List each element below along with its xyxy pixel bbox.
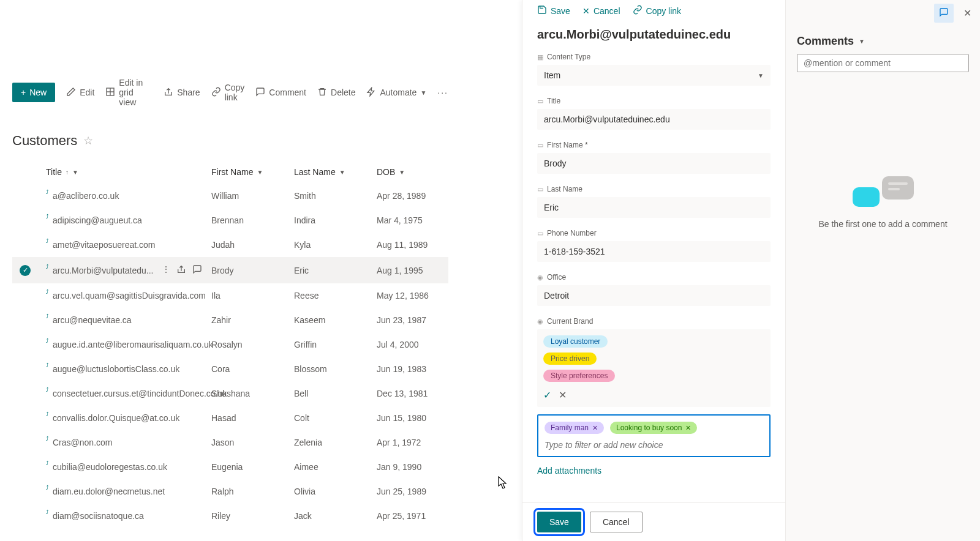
comments-header: ✕ xyxy=(786,0,980,26)
panel-cancel-button[interactable]: ✕ Cancel xyxy=(582,6,620,16)
automate-button[interactable]: Automate ▼ xyxy=(366,87,426,99)
row-last-name: Blossom xyxy=(294,364,377,374)
column-dob[interactable]: DOB ▼ xyxy=(377,167,472,177)
row-title: arcu.Morbi@vulputatedu... xyxy=(53,266,153,275)
row-share-icon[interactable] xyxy=(176,264,186,276)
panel-cancel-label: Cancel xyxy=(594,6,620,16)
edit-grid-button[interactable]: Edit in grid view xyxy=(105,78,153,107)
choice-option[interactable]: Loyal customer xyxy=(543,335,608,348)
item-indicator-icon: ⤴ xyxy=(46,313,49,319)
item-indicator-icon: ⤴ xyxy=(46,485,49,491)
row-title: arcu@nequevitae.ca xyxy=(53,315,132,325)
comment-button[interactable]: Comment xyxy=(255,87,306,99)
new-button-label: New xyxy=(29,88,47,97)
table-row[interactable]: ⤴Cras@non.comJasonZeleniaApr 1, 1972 xyxy=(12,430,448,455)
pencil-icon xyxy=(66,87,76,99)
choice-filter-input[interactable] xyxy=(545,440,763,450)
content-type-select[interactable]: Item ▼ xyxy=(537,65,771,86)
comments-empty-state: Be the first one to add a comment xyxy=(786,176,980,229)
content-type-icon: ▦ xyxy=(537,53,543,61)
close-panel-icon[interactable]: ✕ xyxy=(963,7,971,19)
favorite-star-icon[interactable]: ☆ xyxy=(83,134,93,147)
copy-link-button[interactable]: Copy link xyxy=(211,83,245,102)
choice-icon: ◉ xyxy=(537,274,543,282)
remove-choice-icon[interactable]: ✕ xyxy=(592,424,598,432)
new-button[interactable]: + New xyxy=(12,83,55,102)
row-selected-check-icon[interactable]: ✓ xyxy=(20,265,31,276)
list-title-row: Customers ☆ xyxy=(12,114,448,161)
remove-choice-icon[interactable]: ✕ xyxy=(685,424,691,432)
row-last-name: Griffin xyxy=(294,340,377,349)
row-last-name: Smith xyxy=(294,191,377,201)
table-row[interactable]: ⤴augue@luctuslobortisClass.co.ukCoraBlos… xyxy=(12,357,448,381)
selected-choices-input[interactable]: Family man✕Looking to buy soon✕ xyxy=(537,414,771,457)
row-dob: Apr 28, 1989 xyxy=(377,191,472,201)
field-phone: ▭Phone Number 1-618-159-3521 xyxy=(537,229,771,262)
add-attachments-link[interactable]: Add attachments xyxy=(537,466,771,476)
choice-option[interactable]: Price driven xyxy=(543,353,597,365)
chevron-down-icon: ▼ xyxy=(257,169,263,176)
column-title[interactable]: Title ↑ ▼ xyxy=(46,167,211,177)
row-dob: Aug 11, 1989 xyxy=(377,240,472,250)
first-name-input[interactable]: Brody xyxy=(537,153,771,174)
comments-input[interactable] xyxy=(797,54,969,72)
title-input[interactable]: arcu.Morbi@vulputateduinec.edu xyxy=(537,109,771,130)
item-indicator-icon: ⤴ xyxy=(46,338,49,344)
row-comment-icon[interactable] xyxy=(192,264,202,276)
table-row[interactable]: ⤴diam.eu.dolor@necmetus.netRalphOliviaJu… xyxy=(12,479,448,504)
row-more-icon[interactable]: ⋮ xyxy=(162,264,170,276)
delete-button[interactable]: Delete xyxy=(317,87,355,99)
row-first-name: Ila xyxy=(211,291,294,300)
table-row[interactable]: ⤴consectetuer.cursus.et@tinciduntDonec.c… xyxy=(12,381,448,406)
table-row[interactable]: ⤴a@aclibero.co.ukWilliamSmithApr 28, 198… xyxy=(12,184,448,208)
column-first-name[interactable]: First Name ▼ xyxy=(211,167,294,177)
column-first-name-label: First Name xyxy=(211,167,253,177)
row-first-name: Rosalyn xyxy=(211,340,294,349)
comment-label: Comment xyxy=(269,88,306,97)
comments-title[interactable]: Comments ▼ xyxy=(786,26,980,54)
comments-title-label: Comments xyxy=(797,35,854,48)
link-icon xyxy=(211,87,221,99)
row-last-name: Kyla xyxy=(294,240,377,250)
table-row[interactable]: ⤴arcu.vel.quam@sagittisDuisgravida.comIl… xyxy=(12,283,448,308)
table-row[interactable]: ⤴augue.id.ante@liberomaurisaliquam.co.uk… xyxy=(12,332,448,357)
share-button[interactable]: Share xyxy=(164,87,200,99)
link-icon xyxy=(633,5,643,17)
save-button[interactable]: Save xyxy=(537,512,581,532)
row-last-name: Reese xyxy=(294,291,377,300)
table-row[interactable]: ⤴diam@sociisnatoque.caRileyJackApr 25, 1… xyxy=(12,504,448,528)
phone-input[interactable]: 1-618-159-3521 xyxy=(537,241,771,262)
main-content: + New Edit Edit in grid view Share Cop xyxy=(0,70,461,528)
last-name-input[interactable]: Eric xyxy=(537,197,771,218)
panel-save-button[interactable]: Save xyxy=(537,5,570,17)
mouse-cursor-icon xyxy=(497,476,508,490)
cancel-button[interactable]: Cancel xyxy=(590,512,643,532)
table-row[interactable]: ⤴adipiscing@augueut.caBrennanIndiraMar 4… xyxy=(12,208,448,233)
edit-button[interactable]: Edit xyxy=(66,87,94,99)
table-row[interactable]: ⤴cubilia@eudoloregestas.co.ukEugeniaAime… xyxy=(12,455,448,479)
table-row[interactable]: ⤴arcu@nequevitae.caZahirKaseemJun 23, 19… xyxy=(12,308,448,332)
row-title: diam@sociisnatoque.ca xyxy=(53,511,144,521)
row-last-name: Eric xyxy=(294,266,377,275)
cancel-choice-icon[interactable]: ✕ xyxy=(559,389,567,401)
row-last-name: Bell xyxy=(294,389,377,398)
choice-option[interactable]: Style preferences xyxy=(543,370,615,382)
column-last-name[interactable]: Last Name ▼ xyxy=(294,167,377,177)
automate-label: Automate xyxy=(380,88,417,97)
row-title: convallis.dolor.Quisque@at.co.uk xyxy=(53,413,179,423)
toolbar-more-button[interactable]: ··· xyxy=(437,88,448,97)
row-title: cubilia@eudoloregestas.co.uk xyxy=(53,462,167,472)
row-first-name: Shoshana xyxy=(211,389,294,398)
selected-choice-pill: Family man✕ xyxy=(545,422,604,434)
panel-body[interactable]: arcu.Morbi@vulputateduinec.edu ▦Content … xyxy=(522,21,785,502)
office-input[interactable]: Detroit xyxy=(537,285,771,306)
panel-copy-link-button[interactable]: Copy link xyxy=(633,5,682,17)
comments-toggle-icon[interactable] xyxy=(934,4,954,23)
table-row[interactable]: ✓⤴arcu.Morbi@vulputatedu...⋮BrodyEricAug… xyxy=(12,257,448,283)
selected-choice-pill: Looking to buy soon✕ xyxy=(610,422,697,434)
panel-footer: Save Cancel xyxy=(522,502,785,541)
confirm-choice-icon[interactable]: ✓ xyxy=(543,389,551,401)
table-row[interactable]: ⤴convallis.dolor.Quisque@at.co.ukHasadCo… xyxy=(12,406,448,430)
trash-icon xyxy=(317,87,327,99)
table-row[interactable]: ⤴amet@vitaeposuereat.comJudahKylaAug 11,… xyxy=(12,233,448,257)
